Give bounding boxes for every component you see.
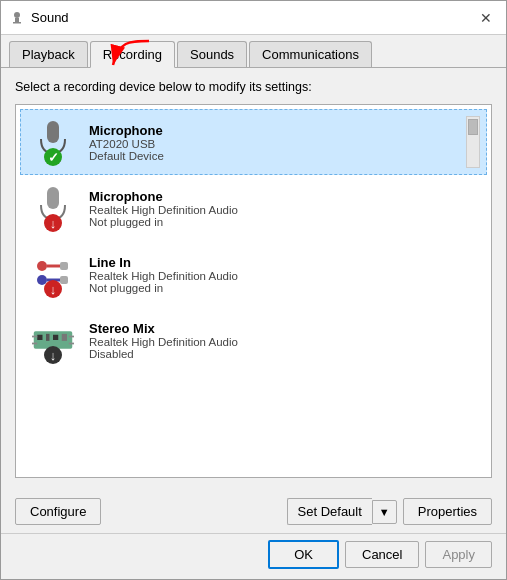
svg-rect-17 xyxy=(37,335,42,340)
device-name-0: Microphone xyxy=(89,123,466,138)
device-name-1: Microphone xyxy=(89,189,480,204)
svg-point-1 xyxy=(14,12,20,18)
device-status-0: Default Device xyxy=(89,150,466,162)
configure-button[interactable]: Configure xyxy=(15,498,101,525)
instruction-text: Select a recording device below to modif… xyxy=(15,80,492,94)
device-icon-wrap-0: ✓ xyxy=(27,116,79,168)
device-info-0: Microphone AT2020 USB Default Device xyxy=(89,123,466,162)
tab-communications[interactable]: Communications xyxy=(249,41,372,67)
bottom-bar: Configure Set Default ▼ Properties xyxy=(1,490,506,533)
device-info-3: Stereo Mix Realtek High Definition Audio… xyxy=(89,321,480,360)
title-bar: Sound ✕ xyxy=(1,1,506,35)
device-list: ✓ Microphone AT2020 USB Default Device xyxy=(15,104,492,478)
svg-rect-7 xyxy=(47,187,59,209)
svg-rect-2 xyxy=(15,18,19,22)
dialog-body: Select a recording device below to modif… xyxy=(1,68,506,490)
set-default-dropdown[interactable]: ▼ xyxy=(372,500,397,524)
dialog-title: Sound xyxy=(31,10,474,25)
device-name-2: Line In xyxy=(89,255,480,270)
svg-rect-18 xyxy=(46,334,50,341)
device-status-2: Not plugged in xyxy=(89,282,480,294)
apply-button[interactable]: Apply xyxy=(425,541,492,568)
svg-rect-3 xyxy=(13,22,21,24)
device-sub-3: Realtek High Definition Audio xyxy=(89,336,480,348)
svg-rect-12 xyxy=(60,262,68,270)
device-item-2[interactable]: ↓ Line In Realtek High Definition Audio … xyxy=(20,241,487,307)
status-badge-3: ↓ xyxy=(44,346,62,364)
properties-button[interactable]: Properties xyxy=(403,498,492,525)
device-icon-wrap-3: ↓ xyxy=(27,314,79,366)
device-info-2: Line In Realtek High Definition Audio No… xyxy=(89,255,480,294)
device-name-3: Stereo Mix xyxy=(89,321,480,336)
cancel-button[interactable]: Cancel xyxy=(345,541,419,568)
tab-recording[interactable]: Recording xyxy=(90,41,175,68)
svg-rect-4 xyxy=(47,121,59,143)
tabs-row: Playback Recording Sounds Communications xyxy=(1,35,506,68)
tab-sounds[interactable]: Sounds xyxy=(177,41,247,67)
svg-rect-19 xyxy=(53,335,58,340)
device-item-3[interactable]: ↓ Stereo Mix Realtek High Definition Aud… xyxy=(20,307,487,373)
device-status-3: Disabled xyxy=(89,348,480,360)
device-sub-1: Realtek High Definition Audio xyxy=(89,204,480,216)
sound-dialog: Sound ✕ Playback Recording Sounds Commun… xyxy=(0,0,507,580)
svg-point-10 xyxy=(37,261,47,271)
set-default-button-group: Set Default ▼ xyxy=(287,498,397,525)
device-sub-2: Realtek High Definition Audio xyxy=(89,270,480,282)
status-badge-2: ↓ xyxy=(44,280,62,298)
device-icon-wrap-1: ↓ xyxy=(27,182,79,234)
status-badge-1: ↓ xyxy=(44,214,62,232)
svg-rect-20 xyxy=(62,334,67,341)
ok-button[interactable]: OK xyxy=(268,540,339,569)
device-item-0[interactable]: ✓ Microphone AT2020 USB Default Device xyxy=(20,109,487,175)
svg-rect-15 xyxy=(60,276,68,284)
device-status-1: Not plugged in xyxy=(89,216,480,228)
status-badge-0: ✓ xyxy=(44,148,62,166)
dialog-icon xyxy=(9,10,25,26)
tab-playback[interactable]: Playback xyxy=(9,41,88,67)
device-icon-wrap-2: ↓ xyxy=(27,248,79,300)
device-item-1[interactable]: ↓ Microphone Realtek High Definition Aud… xyxy=(20,175,487,241)
scrollbar-handle[interactable] xyxy=(466,116,480,168)
close-button[interactable]: ✕ xyxy=(474,6,498,30)
device-sub-0: AT2020 USB xyxy=(89,138,466,150)
device-info-1: Microphone Realtek High Definition Audio… xyxy=(89,189,480,228)
dialog-buttons: OK Cancel Apply xyxy=(1,533,506,579)
set-default-button[interactable]: Set Default xyxy=(287,498,372,525)
